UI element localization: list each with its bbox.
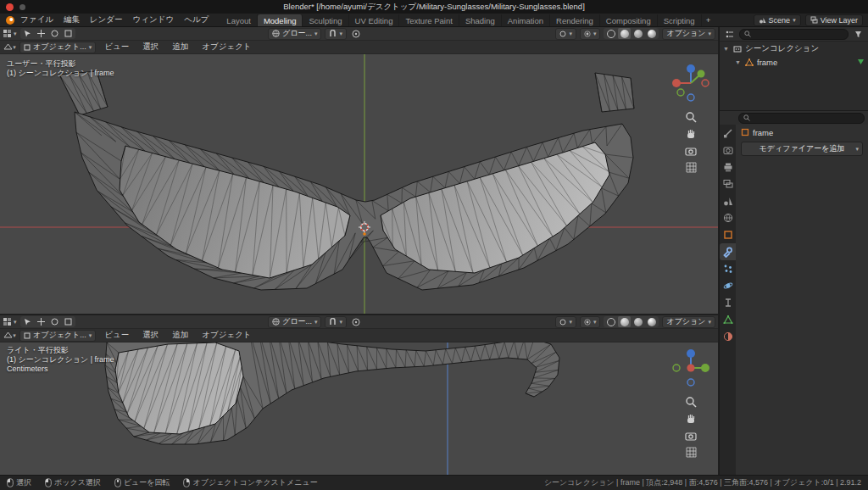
- transform-orientation-dropdown[interactable]: グロー...▾: [268, 28, 321, 40]
- cursor-tool-icon[interactable]: [21, 28, 34, 39]
- scale-tool-icon[interactable]: [62, 316, 75, 327]
- tab-world[interactable]: [720, 209, 736, 226]
- workspace-tab-rendering[interactable]: Rendering: [550, 14, 600, 26]
- properties-breadcrumb: frame: [736, 125, 868, 140]
- shading-solid-icon[interactable]: [618, 316, 631, 327]
- tab-object[interactable]: [720, 226, 736, 243]
- mode-label: オブジェクト...: [33, 42, 86, 53]
- gizmo-dropdown[interactable]: ▾: [555, 28, 576, 40]
- rotate-tool-icon[interactable]: [48, 316, 61, 327]
- mode-dropdown[interactable]: オブジェクト...▾: [19, 42, 96, 53]
- menu-object[interactable]: オブジェクト: [197, 330, 256, 341]
- workspace-tab-modeling[interactable]: Modeling: [258, 14, 303, 26]
- options-dropdown-top[interactable]: オプション▾: [662, 28, 715, 40]
- axis-gizmo[interactable]: [669, 346, 713, 390]
- pan-hand-icon[interactable]: [685, 128, 698, 139]
- viewport-front[interactable]: ▾ グロー...▾ ▾ ▾ ▾ オプション▾ ▾ オブジェク: [0, 27, 719, 315]
- shading-solid-icon[interactable]: [618, 28, 631, 39]
- disclosure-triangle-icon[interactable]: ▼: [723, 46, 730, 52]
- scale-tool-icon[interactable]: [62, 28, 75, 39]
- menu-select[interactable]: 選択: [137, 42, 164, 53]
- properties-search-input[interactable]: [738, 113, 865, 124]
- workspace-tab-layout[interactable]: Layout: [220, 14, 258, 26]
- blender-logo-icon[interactable]: [5, 15, 15, 25]
- menu-window[interactable]: ウィンドウ: [128, 14, 180, 25]
- tab-modifiers[interactable]: [720, 243, 736, 260]
- workspace-tab-texture-paint[interactable]: Texture Paint: [399, 14, 459, 26]
- pan-hand-icon[interactable]: [685, 413, 698, 424]
- editor-type-icon[interactable]: [723, 29, 736, 40]
- menu-object[interactable]: オブジェクト: [197, 42, 256, 53]
- workspace-tab-animation[interactable]: Animation: [502, 14, 550, 26]
- overlays-dropdown[interactable]: ▾: [580, 316, 601, 328]
- zoom-icon[interactable]: [685, 111, 698, 122]
- overlays-dropdown[interactable]: ▾: [580, 28, 601, 40]
- shading-wireframe-icon[interactable]: [604, 316, 617, 327]
- ortho-grid-icon[interactable]: [685, 162, 698, 173]
- menu-select[interactable]: 選択: [137, 330, 164, 341]
- menu-add[interactable]: 追加: [167, 330, 193, 341]
- tab-constraints[interactable]: [720, 294, 736, 311]
- mode-dropdown[interactable]: オブジェクト...▾: [19, 330, 96, 342]
- tab-view-layer[interactable]: [720, 175, 736, 192]
- tab-particles[interactable]: [720, 260, 736, 277]
- scene-selector[interactable]: Scene ▾: [754, 14, 801, 26]
- workspace-tab-uv-editing[interactable]: UV Editing: [349, 14, 400, 26]
- magnet-icon: [329, 318, 337, 326]
- tab-output[interactable]: [720, 159, 736, 175]
- add-modifier-button[interactable]: モディファイアーを追加 ▾: [741, 142, 863, 156]
- workspace-tab-sculpting[interactable]: Sculpting: [303, 14, 348, 26]
- outliner-panel: ▼ シーンコレクション ▼ frame: [720, 27, 868, 110]
- viewport-side[interactable]: ▾ グロー...▾ ▾ ▾ ▾ オプション▾ ▾ オブジェク: [0, 315, 719, 475]
- shading-material-icon[interactable]: [632, 316, 644, 327]
- tab-material[interactable]: [720, 328, 736, 345]
- tab-object-data[interactable]: [720, 311, 736, 328]
- shading-rendered-icon[interactable]: [645, 28, 658, 39]
- rotate-tool-icon[interactable]: [48, 28, 61, 39]
- hint-context-menu: オブジェクトコンテクストメニュー: [183, 477, 317, 488]
- tab-tool[interactable]: [720, 125, 736, 142]
- tab-physics[interactable]: [720, 277, 736, 294]
- editor-type-icon[interactable]: ▾: [3, 42, 16, 53]
- camera-view-icon[interactable]: [685, 145, 698, 156]
- menu-file[interactable]: ファイル: [15, 14, 58, 25]
- workspace-tab-shading[interactable]: Shading: [459, 14, 502, 26]
- camera-view-icon[interactable]: [685, 430, 698, 441]
- disclosure-triangle-icon[interactable]: ▼: [735, 59, 742, 65]
- tab-render[interactable]: [720, 142, 736, 159]
- proportional-edit-icon[interactable]: [350, 28, 363, 39]
- shading-material-icon[interactable]: [632, 28, 644, 39]
- options-dropdown-bottom[interactable]: オプション▾: [662, 316, 715, 328]
- menu-view[interactable]: ビュー: [99, 330, 134, 341]
- outliner-row-frame[interactable]: ▼ frame: [720, 55, 868, 69]
- transform-orientation-dropdown[interactable]: グロー...▾: [268, 316, 321, 328]
- view-layer-selector[interactable]: View Layer: [805, 14, 863, 26]
- workspace-tab-compositing[interactable]: Compositing: [600, 14, 658, 26]
- menu-view[interactable]: ビュー: [99, 42, 134, 53]
- menu-add[interactable]: 追加: [167, 42, 193, 53]
- zoom-icon[interactable]: [685, 396, 698, 407]
- snap-dropdown[interactable]: ▾: [325, 316, 347, 328]
- snap-dropdown[interactable]: ▾: [325, 28, 347, 40]
- menu-help[interactable]: ヘルプ: [179, 14, 214, 25]
- proportional-edit-icon[interactable]: [350, 316, 363, 327]
- editor-type-icon[interactable]: ▾: [3, 330, 16, 341]
- outliner-search-input[interactable]: [739, 29, 849, 40]
- move-tool-icon[interactable]: [35, 316, 47, 327]
- editor-type-icon[interactable]: ▾: [3, 316, 17, 327]
- shading-rendered-icon[interactable]: [645, 316, 658, 327]
- axis-gizmo[interactable]: [669, 61, 713, 105]
- add-workspace-button[interactable]: +: [702, 14, 715, 26]
- editor-type-icon[interactable]: ▾: [3, 28, 17, 39]
- menu-edit[interactable]: 編集: [58, 14, 85, 25]
- filter-funnel-icon[interactable]: [852, 29, 865, 40]
- cursor-tool-icon[interactable]: [21, 316, 34, 327]
- menu-render[interactable]: レンダー: [85, 14, 128, 25]
- gizmo-dropdown[interactable]: ▾: [555, 316, 576, 328]
- move-tool-icon[interactable]: [35, 28, 47, 39]
- outliner-row-scene-collection[interactable]: ▼ シーンコレクション: [720, 42, 868, 55]
- shading-wireframe-icon[interactable]: [604, 28, 617, 39]
- ortho-grid-icon[interactable]: [685, 447, 698, 458]
- tab-scene[interactable]: [720, 192, 736, 209]
- workspace-tab-scripting[interactable]: Scripting: [658, 14, 702, 26]
